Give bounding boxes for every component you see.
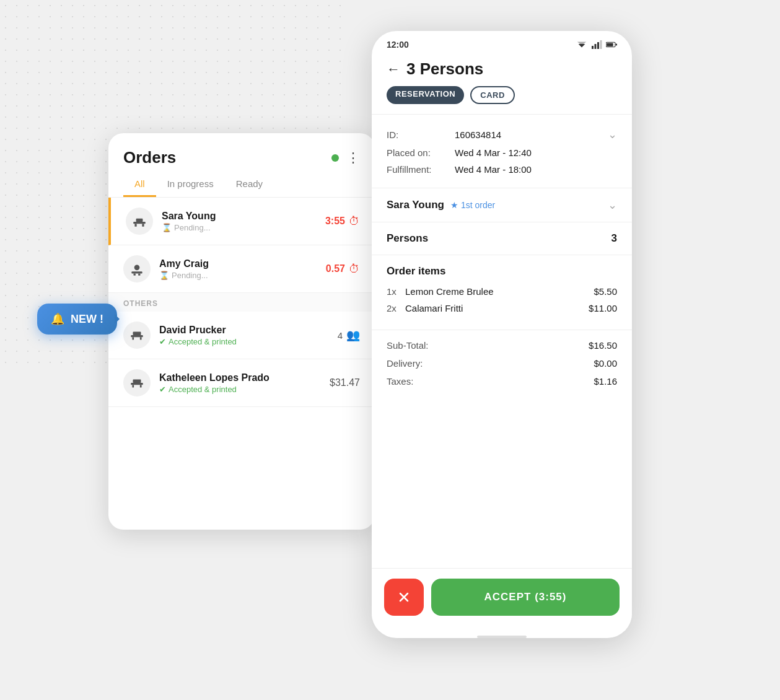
- order-info-amy: Amy Craig ⌛ Pending...: [159, 258, 326, 280]
- placed-on-value: Wed 4 Mar - 12:40: [455, 147, 617, 158]
- item-name-2: Calamari Fritti: [405, 303, 589, 313]
- timer-icon-sara: ⏱: [349, 215, 360, 228]
- order-count-david: 4: [338, 330, 343, 341]
- order-item-katheleen[interactable]: Katheleen Lopes Prado ✔ Accepted & print…: [108, 359, 375, 407]
- star-icon: ★: [450, 200, 458, 210]
- people-icon-david: 👥: [346, 328, 360, 342]
- order-item-david[interactable]: David Prucker ✔ Accepted & printed 4 👥: [108, 312, 375, 359]
- order-meta-amy: 0.57 ⏱: [326, 263, 360, 276]
- customer-name: Sara Young: [387, 199, 444, 211]
- timer-icon-amy: ⏱: [349, 263, 360, 276]
- taxes-label: Taxes:: [387, 376, 413, 387]
- order-amount-katheleen: $31.47: [330, 377, 360, 388]
- scroll-indicator: [477, 636, 527, 638]
- tab-all[interactable]: All: [123, 172, 156, 197]
- orders-panel: Orders ⋮ All In progress Ready Sara Youn…: [108, 133, 375, 530]
- tab-ready[interactable]: Ready: [225, 172, 274, 197]
- id-value: 160634814: [455, 129, 608, 140]
- svg-point-4: [134, 265, 140, 271]
- hourglass-icon-sara: ⌛: [162, 223, 172, 232]
- order-name-amy: Amy Craig: [159, 258, 326, 269]
- fulfillment-label: Fulfillment:: [387, 164, 455, 175]
- orders-title: Orders: [123, 148, 176, 167]
- order-items-title: Order items: [387, 265, 617, 278]
- table-icon-david: [129, 327, 145, 343]
- order-meta-david: 4 👥: [338, 328, 360, 342]
- new-label: NEW !: [71, 313, 103, 326]
- item-name-1: Lemon Creme Brulee: [405, 286, 594, 297]
- orders-tabs: All In progress Ready: [108, 172, 375, 198]
- svg-rect-5: [131, 271, 142, 273]
- item-price-1: $5.50: [594, 286, 617, 297]
- others-section-header: OTHERS: [108, 293, 375, 312]
- order-item-amy[interactable]: Amy Craig ⌛ Pending... 0.57 ⏱: [108, 245, 375, 293]
- back-arrow-icon[interactable]: ←: [387, 61, 400, 77]
- svg-rect-9: [133, 332, 141, 335]
- orders-header: Orders ⋮: [108, 133, 375, 172]
- fulfillment-value: Wed 4 Mar - 18:00: [455, 164, 617, 175]
- delivery-label: Delivery:: [387, 358, 423, 369]
- more-options-icon[interactable]: ⋮: [346, 150, 360, 166]
- id-row: ID: 160634814 ⌄: [387, 125, 617, 144]
- svg-rect-18: [592, 46, 594, 49]
- order-name-sara: Sara Young: [162, 211, 325, 222]
- svg-rect-20: [597, 42, 599, 49]
- orders-header-right: ⋮: [331, 150, 360, 166]
- id-label: ID:: [387, 129, 455, 140]
- taxes-row: Taxes: $1.16: [387, 372, 617, 390]
- detail-title: 3 Persons: [406, 59, 483, 79]
- fulfillment-row: Fulfillment: Wed 4 Mar - 18:00: [387, 161, 617, 178]
- order-status-sara: ⌛ Pending...: [162, 223, 325, 232]
- order-icon-katheleen: [123, 369, 151, 396]
- svg-rect-10: [132, 337, 134, 339]
- delivery-value: $0.00: [594, 358, 617, 369]
- svg-rect-3: [142, 224, 144, 226]
- order-name-david: David Prucker: [159, 325, 338, 336]
- order-items-section: Order items 1x Lemon Creme Brulee $5.50 …: [372, 255, 632, 330]
- accept-button[interactable]: ACCEPT (3:55): [431, 579, 620, 616]
- customer-row[interactable]: Sara Young ★ 1st order ⌄: [372, 188, 632, 222]
- persons-label: Persons: [387, 232, 428, 245]
- item-qty-2: 2x: [387, 303, 405, 313]
- order-status-katheleen: ✔ Accepted & printed: [159, 385, 330, 394]
- order-info-katheleen: Katheleen Lopes Prado ✔ Accepted & print…: [159, 372, 330, 394]
- svg-rect-14: [132, 385, 134, 387]
- customer-info: Sara Young ★ 1st order: [387, 199, 495, 211]
- svg-rect-15: [140, 385, 142, 387]
- item-qty-1: 1x: [387, 286, 405, 297]
- order-status-david: ✔ Accepted & printed: [159, 337, 338, 346]
- order-time-sara: 3:55: [325, 216, 345, 227]
- subtotal-row: Sub-Total: $16.50: [387, 336, 617, 354]
- order-icon-amy: [123, 255, 151, 282]
- badge-row: RESERVATION CARD: [387, 86, 617, 104]
- chevron-down-icon[interactable]: ⌄: [608, 128, 617, 141]
- bell-icon: 🔔: [51, 312, 64, 326]
- online-status-dot: [331, 154, 339, 162]
- phone-detail-panel: 12:00 ← 3 Persons RESERV: [372, 31, 632, 638]
- order-status-amy: ⌛ Pending...: [159, 271, 326, 280]
- svg-rect-7: [138, 274, 140, 276]
- table-icon-amy: [129, 261, 145, 277]
- order-time-amy: 0.57: [326, 263, 345, 274]
- new-notification-bubble: 🔔 NEW !: [37, 304, 117, 335]
- item-price-2: $11.00: [589, 303, 617, 313]
- phone-status-bar: 12:00: [372, 31, 632, 53]
- hourglass-icon-amy: ⌛: [159, 271, 169, 280]
- order-info-sara: Sara Young ⌛ Pending...: [162, 211, 325, 232]
- phone-footer: ACCEPT (3:55): [372, 568, 632, 631]
- badge-reservation: RESERVATION: [387, 86, 464, 104]
- reject-button[interactable]: [384, 579, 424, 616]
- tab-in-progress[interactable]: In progress: [156, 172, 225, 197]
- first-order-label: 1st order: [461, 200, 495, 210]
- svg-rect-19: [595, 44, 597, 49]
- order-item-sara[interactable]: Sara Young ⌛ Pending... 3:55 ⏱: [108, 198, 375, 245]
- svg-rect-2: [134, 224, 136, 226]
- svg-rect-1: [136, 219, 143, 222]
- placed-on-row: Placed on: Wed 4 Mar - 12:40: [387, 144, 617, 161]
- orders-list: Sara Young ⌛ Pending... 3:55 ⏱: [108, 198, 375, 407]
- svg-rect-24: [616, 44, 617, 46]
- delivery-row: Delivery: $0.00: [387, 354, 617, 372]
- customer-chevron-icon[interactable]: ⌄: [608, 198, 617, 212]
- svg-marker-17: [577, 42, 586, 45]
- subtotal-value: $16.50: [589, 340, 617, 351]
